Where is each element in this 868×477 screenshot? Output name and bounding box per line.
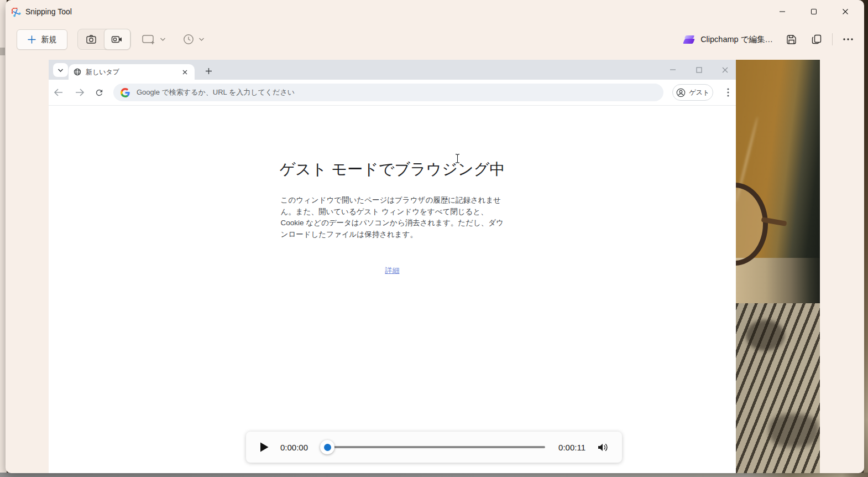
- more-options-button[interactable]: [835, 29, 861, 49]
- edit-in-clipchamp-button[interactable]: Clipchamp で編集…: [678, 29, 778, 49]
- tab-close-icon: [180, 68, 190, 77]
- text-cursor-ibeam: [454, 153, 461, 166]
- toolbar-right: Clipchamp で編集…: [678, 29, 861, 50]
- video-camera-icon: [111, 33, 124, 45]
- snipping-tool-icon: [11, 7, 22, 18]
- details-link: 詳細: [385, 266, 400, 274]
- copy-button[interactable]: [804, 29, 829, 49]
- browser-window-controls: [669, 63, 729, 77]
- background-window-notch: [0, 48, 5, 55]
- plus-icon: [205, 68, 212, 75]
- speaker-icon: [597, 442, 609, 453]
- window-title: Snipping Tool: [25, 7, 72, 16]
- plus-icon: [28, 35, 36, 44]
- save-icon: [786, 34, 797, 45]
- wallpaper-table: [736, 258, 820, 308]
- guest-profile-badge: ゲスト: [672, 84, 713, 101]
- chevron-down-icon: [57, 68, 64, 72]
- delay-dropdown[interactable]: [182, 29, 205, 50]
- wallpaper-newsprint-photo: [746, 320, 785, 351]
- guest-page-body: このウィンドウで開いたページはブラウザの履歴に記録されません。また、開いているゲ…: [281, 195, 504, 240]
- photo-mode-button[interactable]: [78, 29, 104, 49]
- toolbar: 新規: [6, 24, 864, 55]
- back-icon: [49, 84, 67, 101]
- title-bar: Snipping Tool: [6, 0, 864, 24]
- recorded-browser-window: 新しいタブ: [49, 60, 736, 473]
- guest-page: ゲスト モードでブラウジング中 このウィンドウで開いたページはブラウザの履歴に記…: [49, 106, 736, 473]
- minimize-button[interactable]: [766, 1, 798, 22]
- guest-label: ゲスト: [689, 88, 710, 97]
- browser-tab-strip: 新しいタブ: [49, 60, 736, 80]
- video-mode-button[interactable]: [104, 29, 130, 50]
- reload-icon: [90, 84, 108, 101]
- desktop-wallpaper-right-sliver: [864, 0, 868, 477]
- seek-thumb[interactable]: [320, 440, 334, 454]
- google-logo: [121, 88, 130, 97]
- snipping-tool-window: Snipping Tool 新規: [6, 0, 864, 473]
- screen: Snipping Tool 新規: [0, 0, 868, 477]
- new-tab-button: [201, 64, 216, 78]
- address-bar-placeholder: Google で検索するか、URL を入力してください: [137, 87, 295, 97]
- current-time: 0:00:00: [280, 443, 308, 452]
- toolbar-divider: [832, 33, 833, 45]
- maximize-button[interactable]: [798, 1, 829, 22]
- seek-track[interactable]: [326, 446, 545, 448]
- browser-close-icon: [721, 63, 729, 77]
- clock-icon: [182, 33, 195, 45]
- capture-mode-group: [77, 29, 131, 50]
- desktop-wallpaper-bottom-strip: [0, 473, 868, 477]
- duration: 0:00:11: [558, 443, 585, 452]
- seek-slider[interactable]: [320, 440, 546, 454]
- video-preview[interactable]: 新しいタブ: [49, 60, 820, 473]
- forward-icon: [71, 84, 89, 101]
- wallpaper-newsprint-headline: [769, 414, 819, 447]
- browser-minimize-icon: [669, 63, 677, 77]
- snip-shape-dropdown[interactable]: [142, 29, 166, 50]
- clipchamp-icon: [683, 35, 695, 44]
- copy-icon: [811, 34, 822, 45]
- play-button[interactable]: [257, 440, 271, 454]
- globe-icon: [74, 68, 81, 76]
- close-button[interactable]: [829, 1, 861, 22]
- chevron-down-icon: [160, 37, 166, 42]
- new-capture-label: 新規: [41, 35, 57, 45]
- rectangle-select-icon: [142, 33, 156, 45]
- camera-icon: [85, 33, 97, 45]
- new-capture-button[interactable]: 新規: [17, 29, 67, 50]
- browser-maximize-icon: [695, 63, 703, 77]
- address-bar: Google で検索するか、URL を入力してください: [113, 84, 663, 101]
- desktop-wallpaper-strip: [736, 60, 820, 473]
- guest-page-heading: ゲスト モードでブラウジング中: [49, 106, 736, 180]
- clipchamp-label: Clipchamp で編集…: [700, 34, 773, 45]
- tab-title: 新しいタブ: [86, 68, 176, 77]
- guest-avatar-icon: [676, 88, 686, 97]
- volume-button[interactable]: [594, 439, 611, 455]
- save-button[interactable]: [778, 29, 804, 49]
- ellipsis-icon: [843, 38, 853, 40]
- video-player-controls: 0:00:00 0:00:11: [246, 432, 622, 463]
- browser-tab: 新しいタブ: [69, 64, 195, 80]
- tab-search-button: [53, 63, 68, 77]
- browser-toolbar: Google で検索するか、URL を入力してください ゲスト: [49, 80, 736, 105]
- chevron-down-icon: [198, 37, 205, 42]
- browser-menu-icon: [720, 84, 736, 101]
